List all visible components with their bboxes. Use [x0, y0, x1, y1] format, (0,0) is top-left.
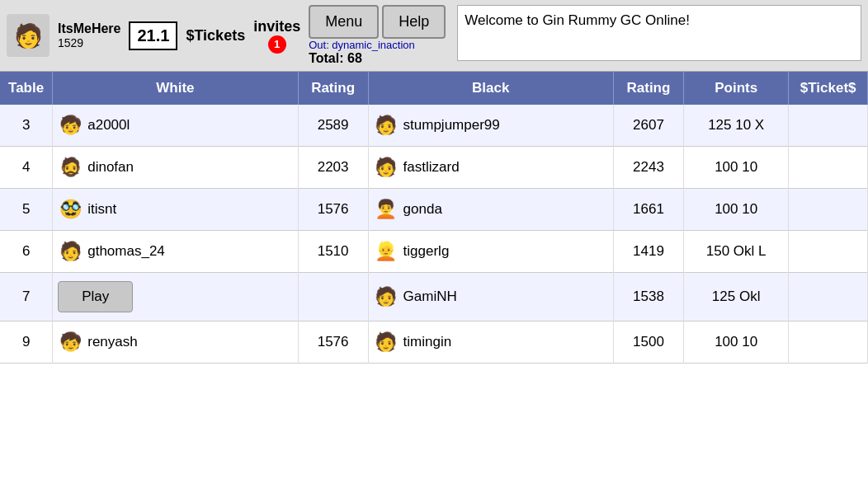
points: 100 10 — [683, 321, 788, 364]
col-white-rating: Rating — [298, 72, 368, 105]
tickets — [789, 147, 868, 189]
col-table: Table — [0, 72, 53, 105]
black-rating: 1538 — [613, 273, 683, 321]
black-rating: 1500 — [613, 321, 683, 364]
white-rating: 1576 — [298, 189, 368, 231]
invites-container: invites 1 — [253, 18, 300, 54]
invites-badge[interactable]: 1 — [268, 35, 286, 54]
tickets — [789, 273, 868, 321]
black-cell: 🧑‍🦱gonda — [368, 189, 613, 231]
col-white: White — [53, 72, 298, 105]
table-num: 6 — [0, 231, 53, 273]
table-row[interactable]: 6🧑gthomas_241510👱tiggerlg1419150 Okl L — [0, 231, 868, 273]
points: 125 10 X — [683, 105, 788, 147]
white-avatar: 🧔 — [58, 155, 83, 180]
white-rating — [298, 273, 368, 321]
invites-label: invites — [253, 18, 300, 35]
status-row: Menu Help Out: dynamic_inaction Total: 6… — [309, 5, 446, 66]
white-cell: 🧔dinofan — [53, 147, 298, 189]
col-points: Points — [683, 72, 788, 105]
play-button[interactable]: Play — [58, 281, 133, 312]
user-info: ItsMeHere 1529 — [58, 21, 120, 49]
tickets — [789, 231, 868, 273]
points: 150 Okl L — [683, 231, 788, 273]
table-row[interactable]: 3🧒a2000l2589🧑stumpjumper992607125 10 X — [0, 105, 868, 147]
white-rating: 1576 — [298, 321, 368, 364]
table-row[interactable]: 4🧔dinofan2203🧑fastlizard2243100 10 — [0, 147, 868, 189]
black-cell: 🧑stumpjumper99 — [368, 105, 613, 147]
black-avatar: 🧑 — [374, 113, 399, 138]
black-name: GamiNH — [403, 289, 457, 305]
white-avatar: 🧒 — [58, 113, 83, 138]
black-rating: 2243 — [613, 147, 683, 189]
table-row[interactable]: 9🧒renyash1576🧑timingin1500100 10 — [0, 321, 868, 364]
col-black-rating: Rating — [613, 72, 683, 105]
tickets — [789, 189, 868, 231]
welcome-box: Welcome to Gin Rummy GC Online! — [457, 5, 861, 61]
help-button[interactable]: Help — [382, 5, 446, 39]
white-cell: 🥸itisnt — [53, 189, 298, 231]
col-black: Black — [368, 72, 613, 105]
black-rating: 1661 — [613, 189, 683, 231]
black-cell: 🧑GamiNH — [368, 273, 613, 321]
black-rating: 2607 — [613, 105, 683, 147]
table-num: 4 — [0, 147, 53, 189]
btn-group: Menu Help — [309, 5, 446, 39]
points: 100 10 — [683, 189, 788, 231]
black-name: stumpjumper99 — [403, 117, 500, 134]
menu-button[interactable]: Menu — [309, 5, 379, 39]
white-cell: 🧒renyash — [53, 321, 298, 364]
tickets — [789, 105, 868, 147]
out-text: Out: dynamic_inaction — [309, 39, 446, 51]
white-rating: 2203 — [298, 147, 368, 189]
points: 125 Okl — [683, 273, 788, 321]
white-avatar: 🥸 — [58, 197, 83, 222]
black-rating: 1419 — [613, 231, 683, 273]
white-rating: 2589 — [298, 105, 368, 147]
white-cell: 🧒a2000l — [53, 105, 298, 147]
black-name: fastlizard — [403, 159, 460, 176]
col-tickets: $Ticket$ — [789, 72, 868, 105]
white-name: gthomas_24 — [87, 243, 165, 260]
username: ItsMeHere — [58, 21, 120, 36]
header: 🧑 ItsMeHere 1529 21.1 $Tickets invites 1… — [0, 0, 868, 72]
black-cell: 👱tiggerlg — [368, 231, 613, 273]
table-num: 9 — [0, 321, 53, 364]
white-name: itisnt — [87, 201, 116, 218]
table-row[interactable]: 7Play🧑GamiNH1538125 Okl — [0, 273, 868, 321]
white-avatar: 🧑 — [58, 239, 83, 264]
table-header-row: Table White Rating Black Rating Points $… — [0, 72, 868, 105]
game-table: Table White Rating Black Rating Points $… — [0, 72, 868, 364]
table-row[interactable]: 5🥸itisnt1576🧑‍🦱gonda1661100 10 — [0, 189, 868, 231]
black-avatar: 🧑 — [374, 330, 399, 354]
black-cell: 🧑timingin — [368, 321, 613, 364]
white-name: dinofan — [87, 159, 134, 176]
black-name: gonda — [403, 201, 442, 218]
tickets-value: 21.1 — [129, 21, 177, 50]
black-avatar: 👱 — [374, 239, 399, 264]
white-cell: 🧑gthomas_24 — [53, 231, 298, 273]
black-avatar: 🧑 — [374, 155, 399, 180]
total-text: Total: 68 — [309, 51, 446, 66]
tickets — [789, 321, 868, 364]
welcome-text: Welcome to Gin Rummy GC Online! — [465, 12, 690, 29]
points: 100 10 — [683, 147, 788, 189]
black-name: tiggerlg — [403, 243, 450, 260]
white-name: renyash — [87, 334, 137, 350]
black-cell: 🧑fastlizard — [368, 147, 613, 189]
table-num: 5 — [0, 189, 53, 231]
user-avatar: 🧑 — [7, 14, 50, 57]
table-num: 3 — [0, 105, 53, 147]
black-name: timingin — [403, 334, 452, 350]
tickets-label: $Tickets — [186, 27, 245, 45]
black-avatar: 🧑‍🦱 — [374, 197, 399, 222]
user-rating: 1529 — [58, 36, 120, 49]
white-cell: Play — [53, 273, 298, 321]
black-avatar: 🧑 — [374, 284, 399, 309]
white-rating: 1510 — [298, 231, 368, 273]
white-name: a2000l — [87, 117, 130, 134]
white-avatar: 🧒 — [58, 330, 83, 354]
table-num: 7 — [0, 273, 53, 321]
